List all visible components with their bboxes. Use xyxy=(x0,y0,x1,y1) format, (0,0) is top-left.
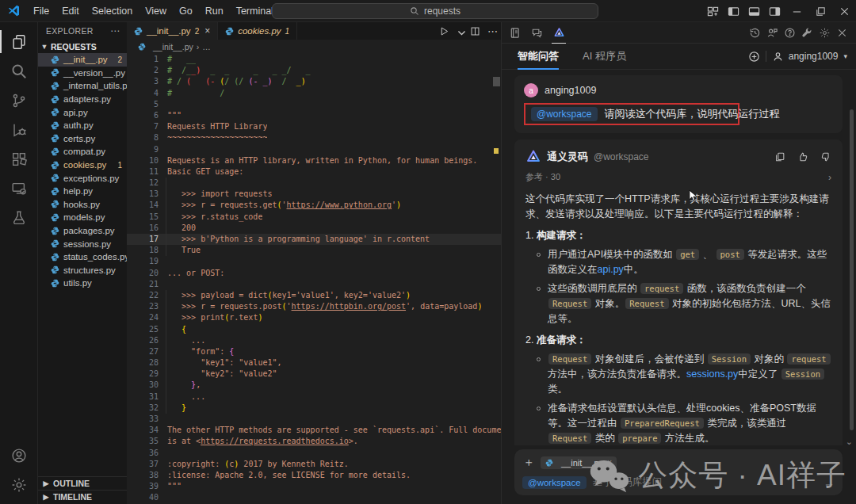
toggle-panel-icon[interactable] xyxy=(743,0,764,22)
menu-bar: FileEditSelectionViewGoRunTerminalHelp xyxy=(27,3,313,19)
tab-ai-programmer[interactable]: AI 程序员 xyxy=(583,44,626,70)
code-lines[interactable]: 1# __2# /__) _ _ _ _ _/ _3# / ( (- (/ (/… xyxy=(127,53,501,504)
close-button[interactable] xyxy=(832,0,856,22)
code-line-35: 35is at <https://requests.readthedocs.io… xyxy=(127,436,501,447)
explorer-more-icon[interactable]: ⋯ xyxy=(110,25,120,36)
python-icon xyxy=(51,279,59,288)
toggle-secondary-sidebar-icon[interactable] xyxy=(764,0,785,22)
testing-icon[interactable] xyxy=(0,203,38,232)
chevron-right-icon: ▶ xyxy=(41,479,51,487)
code-line-29: 29 "key2": "value2" xyxy=(127,368,501,380)
editor-more-icon[interactable]: ⋯ xyxy=(487,25,498,37)
menu-file[interactable]: File xyxy=(27,3,55,19)
menu-selection[interactable]: Selection xyxy=(86,3,139,19)
restore-button[interactable] xyxy=(808,0,832,22)
notebook-view-icon[interactable] xyxy=(505,22,524,44)
new-chat-icon[interactable] xyxy=(748,51,760,63)
comments-view-icon[interactable] xyxy=(527,22,546,44)
divider xyxy=(766,51,766,62)
workspace-mention: @workspace xyxy=(522,476,587,489)
chat-messages[interactable]: a anging1009 @workspace 请阅读这个代码库，说明代码运行过… xyxy=(502,71,856,445)
tab-init-py[interactable]: __init__.py 2 × xyxy=(127,22,218,40)
inline-code: Request xyxy=(548,433,591,444)
file-item-utils.py[interactable]: utils.py xyxy=(38,277,127,290)
file-item-packages.py[interactable]: packages.py xyxy=(38,224,127,238)
settings-gear-icon[interactable] xyxy=(0,470,38,499)
file-item-status_codes.py[interactable]: status_codes.py xyxy=(38,250,127,264)
panel-close-icon[interactable] xyxy=(833,22,850,44)
history-icon[interactable] xyxy=(746,22,763,44)
menu-go[interactable]: Go xyxy=(173,3,199,19)
python-icon xyxy=(51,108,59,116)
file-item-exceptions.py[interactable]: exceptions.py xyxy=(38,171,127,185)
code-line-2: 2# /__) _ _ _ _ _/ _ xyxy=(127,65,501,76)
tab-smart-qa[interactable]: 智能问答 xyxy=(518,44,559,70)
chat-scrollbar[interactable] xyxy=(850,109,854,430)
code-line-14: 14 >>> r = requests.get('https://www.pyt… xyxy=(127,200,501,211)
breadcrumb[interactable]: __init__.py › … xyxy=(127,40,501,53)
account-icon[interactable] xyxy=(0,441,38,470)
feedback-icon[interactable] xyxy=(763,22,781,44)
code-line-33: 33 xyxy=(127,414,501,425)
search-view-icon[interactable] xyxy=(0,56,38,86)
file-item-sessions.py[interactable]: sessions.py xyxy=(38,237,127,250)
python-icon xyxy=(225,27,234,36)
file-item-compat.py[interactable]: compat.py xyxy=(38,145,127,158)
file-item-structures.py[interactable]: structures.py xyxy=(38,264,127,277)
menu-edit[interactable]: Edit xyxy=(55,3,86,19)
lingma-view-icon[interactable] xyxy=(549,22,568,44)
inline-code: get xyxy=(676,249,699,260)
file-item-cookies.py[interactable]: cookies.py1 xyxy=(38,158,127,172)
run-dropdown-icon[interactable] xyxy=(457,28,463,34)
explorer-icon[interactable] xyxy=(0,27,38,56)
workspace-section[interactable]: ▼ REQUESTS xyxy=(38,40,127,53)
outline-section[interactable]: ▶ OUTLINE xyxy=(38,476,127,490)
menu-view[interactable]: View xyxy=(139,3,173,19)
menu-run[interactable]: Run xyxy=(199,3,230,19)
file-item-adapters.py[interactable]: adapters.py xyxy=(38,93,127,106)
toggle-sidebar-icon[interactable] xyxy=(723,0,743,22)
file-item-help.py[interactable]: help.py xyxy=(38,185,127,198)
file-item-__init__.py[interactable]: __init__.py2 xyxy=(38,53,127,67)
reference-row[interactable]: 参考 · 30 › xyxy=(525,171,831,183)
wrench-icon[interactable] xyxy=(798,22,816,44)
overview-modified-marker xyxy=(494,148,499,154)
copy-icon[interactable] xyxy=(774,151,785,162)
thumbs-down-icon[interactable] xyxy=(820,151,831,162)
editor-scrollbar[interactable] xyxy=(491,53,501,504)
tab-cookies-py[interactable]: cookies.py 1 xyxy=(218,22,297,40)
account-name[interactable]: anging1009 xyxy=(789,51,839,62)
minimize-button[interactable] xyxy=(785,0,808,22)
file-item-auth.py[interactable]: auth.py xyxy=(38,119,127,132)
file-item-_internal_utils.py[interactable]: _internal_utils.py xyxy=(38,79,127,93)
source-control-icon[interactable] xyxy=(0,86,38,115)
file-item-api.py[interactable]: api.py xyxy=(38,105,127,119)
file-link[interactable]: api.py xyxy=(598,264,624,275)
file-item-__version__.py[interactable]: __version__.py xyxy=(38,67,127,80)
python-icon xyxy=(51,239,59,248)
extensions-icon[interactable] xyxy=(0,144,38,174)
tab-close-icon[interactable]: × xyxy=(204,25,210,36)
bullet-icon xyxy=(537,287,541,291)
panel-settings-icon[interactable] xyxy=(816,22,833,44)
run-debug-icon[interactable] xyxy=(0,115,38,144)
add-context-button[interactable]: ＋ xyxy=(522,455,535,470)
file-item-hooks.py[interactable]: hooks.py xyxy=(38,198,127,212)
file-link[interactable]: sessions.py xyxy=(686,368,738,380)
python-icon xyxy=(134,27,143,36)
scrollbar-thumb[interactable] xyxy=(493,77,500,86)
run-python-icon[interactable] xyxy=(439,26,449,36)
file-item-certs.py[interactable]: certs.py xyxy=(38,132,127,146)
command-center-search[interactable]: requests xyxy=(272,3,598,19)
split-editor-icon[interactable] xyxy=(470,26,480,36)
ai-chat-panel: 智能问答 AI 程序员 anging1009 ▾ a anging1009 @w… xyxy=(501,22,856,504)
wechat-icon xyxy=(587,458,630,493)
caret-down-icon[interactable]: ▾ xyxy=(843,52,847,60)
file-item-models.py[interactable]: models.py xyxy=(38,211,127,224)
customize-layout-icon[interactable] xyxy=(702,0,723,22)
help-icon[interactable] xyxy=(781,22,798,44)
scroll-down-icon[interactable]: ⌄ xyxy=(846,437,853,447)
timeline-section[interactable]: ▶ TIMELINE xyxy=(38,490,127,503)
thumbs-up-icon[interactable] xyxy=(797,151,808,162)
remote-explorer-icon[interactable] xyxy=(0,174,38,203)
